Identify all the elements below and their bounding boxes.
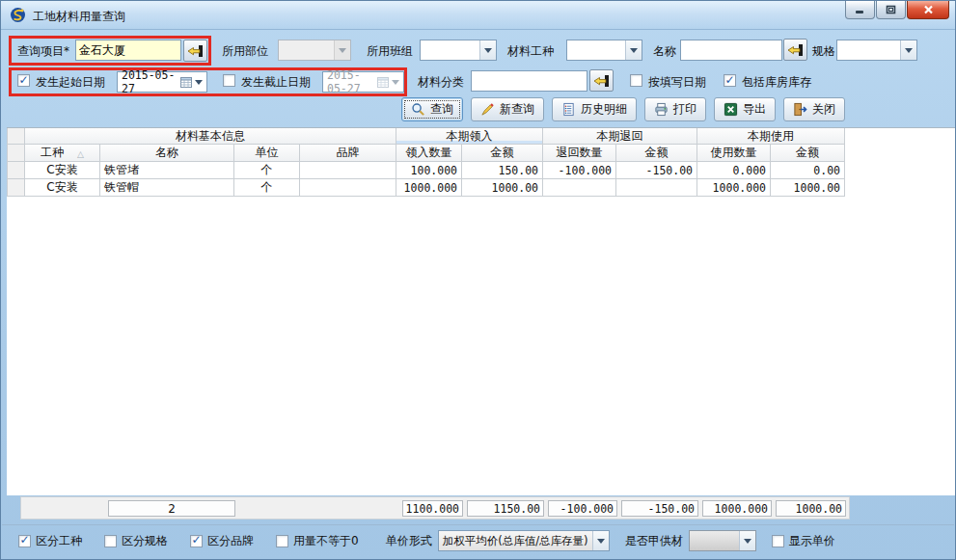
cell-brand[interactable] — [300, 162, 396, 179]
spec-label: 规格 — [812, 43, 835, 59]
project-input[interactable] — [75, 40, 181, 61]
history-detail-button[interactable]: 历史明细 — [552, 97, 637, 121]
project-picker-button[interactable] — [183, 40, 207, 62]
category-picker-button[interactable] — [589, 69, 614, 92]
chevron-down-icon[interactable] — [479, 40, 496, 60]
usage-nonzero-checkbox[interactable] — [276, 535, 288, 547]
column-header-name[interactable]: 名称 — [100, 145, 234, 162]
caption-buttons — [844, 1, 949, 19]
cell-returned-amt[interactable]: -150.00 — [616, 162, 697, 179]
column-header-trade[interactable]: 工种 — [25, 145, 100, 162]
cell-unit[interactable]: 个 — [234, 162, 300, 179]
spec-combo[interactable] — [836, 40, 917, 61]
query-button-label: 查询 — [430, 101, 453, 118]
show-unit-price-option[interactable]: 显示单价 — [772, 533, 835, 549]
cell-used-amt[interactable]: 1000.00 — [771, 179, 845, 197]
chevron-down-icon[interactable] — [739, 531, 755, 550]
group-header-received[interactable]: 本期领入 — [396, 128, 543, 145]
column-header-returned-amt[interactable]: 金额 — [616, 145, 697, 162]
column-header-unit[interactable]: 单位 — [234, 145, 300, 162]
distinguish-spec-checkbox[interactable] — [104, 535, 117, 547]
cell-trade[interactable]: C安装 — [25, 162, 100, 179]
chevron-down-icon[interactable] — [592, 531, 609, 550]
chevron-down-icon[interactable] — [195, 80, 203, 85]
new-query-button[interactable]: 新查询 — [471, 97, 544, 121]
end-date-checkbox[interactable] — [223, 74, 235, 87]
check-icon: ✓ — [19, 535, 29, 546]
start-date-label: 发生起始日期 — [36, 74, 105, 90]
query-button[interactable]: 查询 — [401, 97, 463, 121]
cell-name[interactable]: 铁管堵 — [100, 162, 234, 179]
group-header-used[interactable]: 本期使用 — [697, 128, 845, 145]
distinguish-spec-option[interactable]: 区分规格 — [104, 533, 168, 549]
table-row[interactable]: C安装 铁管帽 个 1000.000 1000.00 1000.000 1000… — [7, 179, 955, 197]
column-header-received-qty[interactable]: 领入数量 — [396, 145, 462, 162]
chevron-down-icon[interactable] — [334, 40, 350, 60]
distinguish-brand-option[interactable]: ✓ 区分品牌 — [190, 533, 254, 549]
material-trade-combo[interactable] — [566, 40, 642, 61]
team-label: 所用班组 — [367, 43, 413, 59]
cell-returned-qty[interactable] — [543, 179, 616, 197]
column-header-received-amt[interactable]: 金额 — [462, 145, 543, 162]
window-title: 工地材料用量查询 — [33, 9, 125, 25]
group-header-basic-info[interactable]: 材料基本信息 — [25, 128, 396, 145]
owner-material-combo[interactable] — [689, 530, 756, 551]
show-unit-price-checkbox[interactable] — [772, 535, 784, 547]
column-header-used-amt[interactable]: 金额 — [771, 145, 845, 162]
chevron-down-icon[interactable] — [900, 40, 916, 60]
summary-row-count: 2 — [108, 500, 235, 517]
group-header-returned[interactable]: 本期退回 — [543, 128, 697, 145]
cell-returned-qty[interactable]: -100.000 — [543, 162, 616, 179]
row-indicator-header — [7, 128, 25, 145]
cell-brand[interactable] — [300, 179, 396, 197]
owner-material-label: 是否甲供材 — [625, 533, 683, 549]
close-button[interactable] — [907, 1, 949, 19]
cell-received-qty[interactable]: 100.000 — [396, 162, 462, 179]
row-indicator[interactable] — [7, 162, 25, 179]
team-combo[interactable] — [420, 40, 497, 61]
cell-received-amt[interactable]: 150.00 — [462, 162, 543, 179]
cell-used-qty[interactable]: 0.000 — [697, 162, 771, 179]
cell-unit[interactable]: 个 — [234, 179, 300, 197]
include-stock-checkbox[interactable]: ✓ — [724, 74, 736, 87]
cell-name[interactable]: 铁管帽 — [100, 179, 234, 197]
summary-returned-amt: -150.00 — [621, 500, 698, 517]
distinguish-trade-checkbox[interactable]: ✓ — [18, 535, 31, 547]
column-header-brand[interactable]: 品牌 — [300, 145, 396, 162]
start-date-checkbox[interactable]: ✓ — [17, 74, 30, 87]
close-form-button-label: 关闭 — [812, 101, 835, 118]
column-header-returned-qty[interactable]: 退回数量 — [543, 145, 616, 162]
maximize-icon — [886, 5, 896, 14]
distinguish-trade-option[interactable]: ✓ 区分工种 — [18, 533, 82, 549]
summary-received-amt: 1150.00 — [467, 500, 544, 517]
export-button[interactable]: 导出 — [714, 97, 776, 121]
price-form-combo[interactable]: 加权平均价(总库值/总库存量) — [438, 530, 610, 551]
table-row[interactable]: C安装 铁管堵 个 100.000 150.00 -100.000 -150.0… — [7, 162, 955, 179]
name-picker-button[interactable] — [783, 39, 807, 61]
distinguish-brand-checkbox[interactable]: ✓ — [190, 535, 203, 547]
column-header-used-qty[interactable]: 使用数量 — [697, 145, 771, 162]
summary-used-amt: 1000.00 — [776, 500, 846, 517]
chevron-down-icon — [392, 80, 399, 85]
department-combo[interactable] — [278, 40, 351, 61]
cell-trade[interactable]: C安装 — [25, 179, 100, 197]
calendar-icon — [180, 76, 192, 88]
print-button[interactable]: 打印 — [644, 97, 706, 121]
name-input[interactable] — [680, 40, 782, 61]
row-indicator[interactable] — [7, 179, 25, 197]
usage-nonzero-option[interactable]: 用量不等于0 — [276, 533, 359, 549]
maximize-button[interactable] — [876, 1, 906, 19]
category-input[interactable] — [471, 70, 587, 92]
start-date-value: 2015-05-27 — [122, 68, 180, 95]
cell-received-qty[interactable]: 1000.000 — [396, 179, 462, 197]
minimize-button[interactable] — [845, 1, 875, 19]
close-form-button[interactable]: 关闭 — [783, 97, 845, 121]
cell-returned-amt[interactable] — [616, 179, 697, 197]
by-fill-date-label: 按填写日期 — [648, 74, 706, 90]
cell-used-qty[interactable]: 1000.000 — [697, 179, 771, 197]
by-fill-date-checkbox[interactable] — [630, 74, 642, 87]
cell-received-amt[interactable]: 1000.00 — [462, 179, 543, 197]
chevron-down-icon[interactable] — [625, 40, 642, 60]
start-date-picker[interactable]: 2015-05-27 — [117, 71, 207, 93]
cell-used-amt[interactable]: 0.00 — [771, 162, 845, 179]
